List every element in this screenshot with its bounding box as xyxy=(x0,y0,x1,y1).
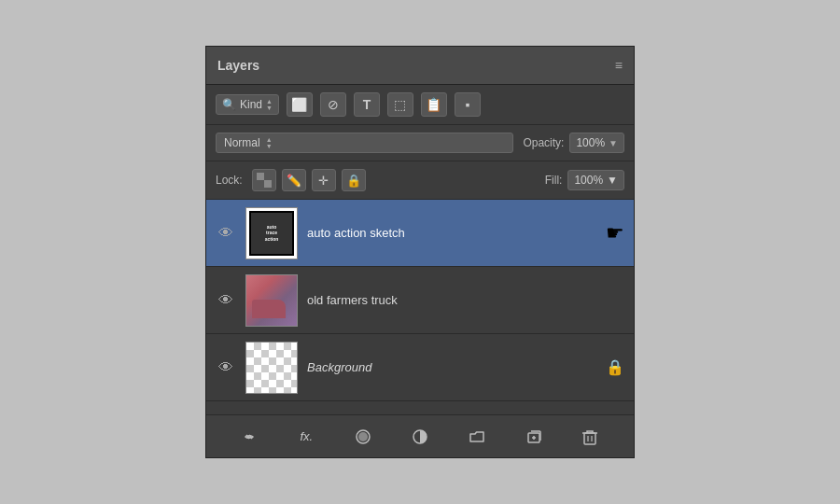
panel-title: Layers xyxy=(217,58,259,73)
new-group-btn[interactable] xyxy=(462,423,492,451)
fill-input[interactable]: 100% ▼ xyxy=(567,170,624,190)
title-bar: Layers ≡ xyxy=(206,47,634,85)
blending-row: Normal ▲▼ Opacity: 100% ▼ xyxy=(206,125,634,161)
opacity-input[interactable]: 100% ▼ xyxy=(569,133,624,153)
link-layers-btn[interactable] xyxy=(234,423,264,451)
half-circle-icon xyxy=(412,428,428,445)
lock-label: Lock: xyxy=(216,174,243,187)
layer-visibility-toggle[interactable]: 👁 xyxy=(216,359,236,376)
adjustment-btn[interactable] xyxy=(405,423,435,451)
autotrace-thumb: autotraceaction xyxy=(249,211,294,256)
layer-visibility-toggle[interactable]: 👁 xyxy=(216,225,236,242)
layers-panel: Layers ≡ 🔍 Kind ▲▼ ⬜ ⊘ T ⬚ 📋 ▪ Normal ▲▼… xyxy=(205,46,635,458)
trash-icon xyxy=(582,428,597,445)
kind-dropdown[interactable]: 🔍 Kind ▲▼ xyxy=(216,94,279,115)
layer-item[interactable]: 👁 Background 🔒 xyxy=(206,334,634,401)
layer-item[interactable]: 👁 autotraceaction auto action sketch ☛ xyxy=(206,200,634,267)
svg-rect-0 xyxy=(257,173,264,180)
fill-value-text: 100% xyxy=(574,174,603,187)
kind-arrows: ▲▼ xyxy=(266,98,273,111)
blend-mode-dropdown[interactable]: Normal ▲▼ xyxy=(216,133,513,153)
filter-adjust-btn[interactable]: ⊘ xyxy=(320,92,346,117)
svg-rect-3 xyxy=(257,180,264,188)
new-layer-icon xyxy=(525,428,542,445)
link-icon xyxy=(241,428,258,445)
svg-point-5 xyxy=(358,432,368,441)
filter-type-btn[interactable]: T xyxy=(354,92,380,117)
title-bar-controls: ≡ xyxy=(615,58,623,73)
bottom-toolbar: fx. xyxy=(206,414,634,457)
opacity-label: Opacity: xyxy=(523,136,564,149)
layer-name: Background xyxy=(307,360,596,374)
fill-arrow: ▼ xyxy=(607,174,618,187)
kind-label: Kind xyxy=(240,98,262,111)
opacity-value-text: 100% xyxy=(576,136,605,149)
delete-layer-btn[interactable] xyxy=(575,423,605,451)
svg-rect-1 xyxy=(264,180,272,188)
filter-extra-btn[interactable]: ▪ xyxy=(455,92,481,117)
layer-thumbnail: autotraceaction xyxy=(245,207,298,259)
lock-pixels-btn[interactable] xyxy=(252,169,276,191)
checkerboard-lock-icon xyxy=(257,173,272,188)
fill-label: Fill: xyxy=(545,174,563,187)
layer-locked-icon: 🔒 xyxy=(606,358,624,376)
filter-image-btn[interactable]: ⬜ xyxy=(287,92,313,117)
svg-rect-2 xyxy=(264,173,272,180)
opacity-arrow: ▼ xyxy=(609,138,618,148)
layer-item[interactable]: 👁 old farmers truck xyxy=(206,267,634,334)
circle-mask-icon xyxy=(355,428,371,445)
svg-rect-8 xyxy=(584,433,595,444)
fx-label: fx. xyxy=(300,429,313,443)
layers-list: 👁 autotraceaction auto action sketch ☛ 👁… xyxy=(206,200,634,414)
lock-all-btn[interactable]: 🔒 xyxy=(342,169,366,191)
layer-name: old farmers truck xyxy=(307,293,624,307)
blend-mode-label: Normal xyxy=(224,136,260,149)
add-mask-btn[interactable] xyxy=(348,423,378,451)
layer-thumbnail xyxy=(245,274,298,327)
lock-row: Lock: ✏️ ✛ 🔒 Fill: 100% ▼ xyxy=(206,161,634,200)
search-icon: 🔍 xyxy=(222,98,236,111)
fx-btn[interactable]: fx. xyxy=(291,423,321,451)
opacity-section: Opacity: 100% ▼ xyxy=(523,133,624,153)
new-layer-btn[interactable] xyxy=(519,423,549,451)
truck-thumb xyxy=(246,275,297,326)
blend-arrows: ▲▼ xyxy=(266,136,273,149)
folder-icon xyxy=(469,428,485,445)
layer-name: auto action sketch xyxy=(307,226,591,240)
filter-shape-btn[interactable]: ⬚ xyxy=(387,92,413,117)
layer-thumbnail xyxy=(245,342,298,394)
lock-image-btn[interactable]: ✏️ xyxy=(282,169,306,191)
panel-menu-icon[interactable]: ≡ xyxy=(615,58,623,73)
filter-row: 🔍 Kind ▲▼ ⬜ ⊘ T ⬚ 📋 ▪ xyxy=(206,85,634,125)
layer-visibility-toggle[interactable]: 👁 xyxy=(216,292,236,309)
autotrace-text: autotraceaction xyxy=(265,224,279,243)
lock-position-btn[interactable]: ✛ xyxy=(312,169,336,191)
background-thumb xyxy=(246,343,297,393)
cursor-icon: ☛ xyxy=(606,221,624,245)
fill-section: Fill: 100% ▼ xyxy=(545,170,624,190)
filter-smart-btn[interactable]: 📋 xyxy=(421,92,447,117)
